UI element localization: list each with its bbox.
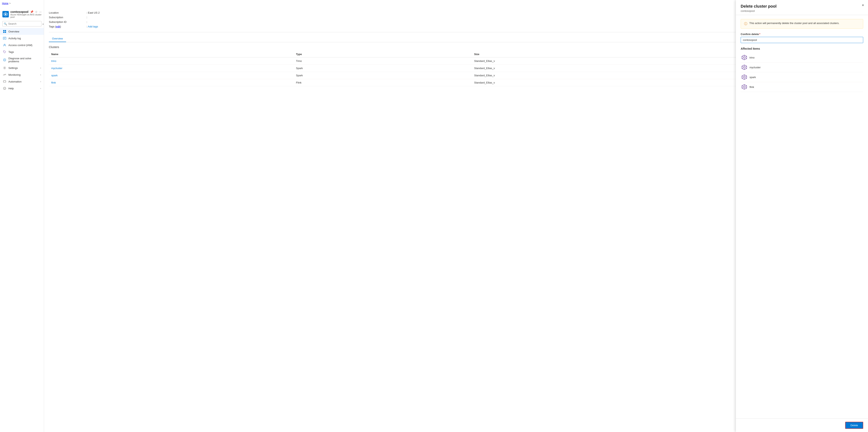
svg-line-4 — [6, 15, 7, 15]
cluster-link[interactable]: flink — [51, 81, 56, 84]
sidebar-item-monitoring-label: Monitoring — [8, 73, 21, 76]
affected-item-name: trino — [749, 56, 754, 59]
svg-line-32 — [742, 58, 743, 59]
svg-line-49 — [742, 76, 743, 77]
sidebar-item-tags[interactable]: Tags — [0, 49, 44, 55]
panel-close-button[interactable]: × — [862, 3, 864, 7]
svg-line-29 — [745, 56, 747, 57]
svg-line-37 — [745, 66, 747, 67]
affected-item-name: mycluster — [749, 66, 761, 69]
tags-edit-link[interactable]: edit — [56, 25, 60, 28]
confirm-input[interactable] — [741, 37, 863, 43]
svg-line-57 — [742, 86, 743, 87]
panel-subtitle: contosopool — [741, 9, 863, 12]
panel-header: Delete cluster pool contosopool × — [736, 0, 868, 15]
cluster-item-icon — [742, 64, 747, 70]
breadcrumb-home[interactable]: Home — [2, 2, 8, 5]
warning-text: This action will permanently delete the … — [749, 22, 839, 25]
svg-line-38 — [745, 68, 747, 68]
panel-body: ⓘ This action will permanently delete th… — [736, 15, 868, 419]
sidebar-item-diagnose[interactable]: Diagnose and solve problems — [0, 55, 44, 64]
col-name: Name — [49, 51, 294, 57]
svg-point-1 — [5, 13, 6, 15]
affected-items-list: trino mycluster — [741, 53, 863, 92]
svg-point-51 — [743, 86, 745, 88]
search-input[interactable] — [2, 21, 41, 26]
svg-rect-21 — [3, 81, 6, 82]
sidebar-item-access-control[interactable]: Access control (IAM) — [0, 42, 44, 49]
cell-name: trino — [49, 57, 294, 65]
svg-rect-11 — [5, 32, 6, 33]
cluster-item-icon — [742, 84, 747, 90]
svg-line-54 — [745, 87, 747, 88]
sidebar-item-tags-label: Tags — [8, 51, 14, 54]
cell-name: spark — [49, 72, 294, 79]
more-icon[interactable]: ··· — [39, 10, 42, 13]
activity-icon — [3, 36, 6, 40]
pin-icon[interactable]: 📌 — [30, 10, 33, 13]
star-icon[interactable]: ☆ — [35, 10, 38, 13]
warning-icon: ⓘ — [744, 22, 747, 26]
warning-box: ⓘ This action will permanently delete th… — [741, 19, 863, 29]
app-logo — [2, 11, 9, 18]
cell-type: Spark — [294, 65, 472, 72]
svg-line-7 — [4, 13, 5, 14]
sidebar-nav: Overview Activity log Access control (IA… — [0, 28, 44, 92]
confirm-label: Confirm delete* — [741, 33, 863, 36]
sidebar-item-settings-label: Settings — [8, 66, 18, 69]
delete-button[interactable]: Delete — [845, 422, 863, 429]
sidebar-item-activity-log[interactable]: Activity log — [0, 35, 44, 42]
cell-type: Trino — [294, 57, 472, 65]
sidebar-item-automation-label: Automation — [8, 80, 22, 83]
cluster-link[interactable]: mycluster — [51, 67, 62, 70]
sidebar-item-help[interactable]: ? Help › — [0, 85, 44, 92]
svg-point-27 — [743, 57, 745, 58]
location-label: Location — [49, 11, 85, 14]
svg-rect-12 — [3, 37, 6, 39]
subscription-label: Subscription — [49, 16, 85, 19]
svg-rect-9 — [5, 30, 6, 31]
automation-expand-icon: › — [40, 80, 41, 83]
col-type: Type — [294, 51, 472, 57]
sidebar-item-diagnose-label: Diagnose and solve problems — [8, 57, 41, 63]
svg-point-35 — [743, 66, 745, 68]
cluster-link[interactable]: trino — [51, 59, 56, 62]
add-tags-link[interactable]: Add tags — [88, 25, 98, 28]
cluster-link[interactable]: spark — [51, 74, 58, 77]
iam-icon — [3, 43, 6, 47]
tags-icon — [3, 50, 6, 54]
svg-point-19 — [4, 60, 5, 61]
monitoring-expand-icon: › — [40, 74, 41, 76]
svg-line-3 — [6, 13, 7, 14]
svg-line-46 — [745, 78, 747, 78]
cluster-item-icon — [742, 74, 747, 80]
tab-overview[interactable]: Overview — [49, 35, 66, 42]
svg-point-20 — [4, 67, 5, 68]
svg-rect-8 — [3, 30, 4, 31]
svg-line-41 — [742, 66, 743, 67]
affected-item: mycluster — [741, 62, 863, 72]
sidebar: contosopool 📌 ☆ ··· Azure HDInsight on A… — [0, 0, 44, 432]
settings-icon — [3, 66, 6, 70]
breadcrumb-separator: > — [9, 2, 10, 5]
cell-name: mycluster — [49, 65, 294, 72]
sidebar-item-settings[interactable]: Settings › — [0, 64, 44, 71]
search-container: 🔍 « — [2, 21, 41, 26]
affected-label: Affected items — [741, 47, 863, 50]
sidebar-title: contosopool — [10, 10, 28, 13]
sidebar-item-overview-label: Overview — [8, 30, 19, 33]
affected-item: flink — [741, 82, 863, 92]
panel-title: Delete cluster pool — [741, 4, 863, 9]
collapse-icon[interactable]: « — [42, 22, 44, 25]
sidebar-item-monitoring[interactable]: Monitoring › — [0, 71, 44, 78]
svg-line-33 — [742, 56, 743, 57]
help-expand-icon: › — [40, 87, 41, 89]
sidebar-item-automation[interactable]: Automation › — [0, 78, 44, 85]
sidebar-item-overview[interactable]: Overview — [0, 28, 44, 35]
help-icon: ? — [3, 87, 6, 90]
svg-line-30 — [745, 58, 747, 59]
svg-point-43 — [743, 76, 745, 78]
cluster-item-icon — [742, 55, 747, 60]
affected-item: trino — [741, 53, 863, 62]
monitoring-icon — [3, 73, 6, 77]
